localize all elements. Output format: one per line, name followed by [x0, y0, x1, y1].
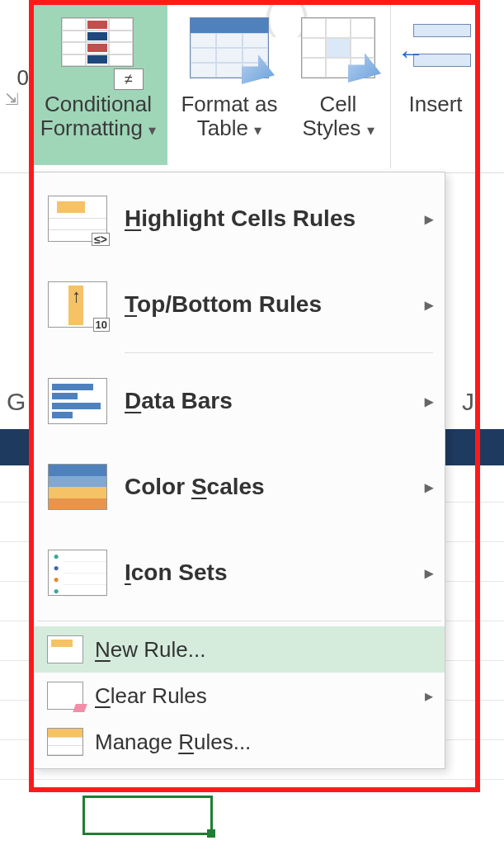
submenu-arrow-icon: ▸ [425, 391, 433, 411]
menu-separator [125, 352, 433, 353]
menu-label: New Rule... [95, 637, 205, 663]
menu-label: Icon Sets [125, 559, 227, 586]
dropdown-caret-icon: ▾ [254, 122, 261, 139]
conditional-formatting-icon: ≠ [49, 8, 148, 87]
clear-rules-icon [45, 679, 85, 712]
menu-new-rule[interactable]: New Rule... [34, 626, 445, 673]
cell-styles-icon [289, 8, 388, 87]
menu-clear-rules[interactable]: Clear Rules ▸ [34, 673, 445, 719]
menu-label: Color Scales [125, 474, 265, 500]
column-header-j[interactable]: J [462, 388, 474, 416]
menu-label: Data Bars [125, 388, 233, 414]
conditional-formatting-label: Conditional Formatting ▾ [40, 87, 157, 139]
highlight-cells-icon: ≤> [45, 192, 110, 245]
submenu-arrow-icon: ▸ [425, 295, 433, 314]
menu-label: Manage Rules... [95, 729, 251, 755]
format-as-table-button[interactable]: Format as Table ▾ [167, 0, 291, 165]
submenu-arrow-icon: ▸ [425, 686, 433, 706]
menu-highlight-cells-rules[interactable]: ≤> Highlight Cells Rules ▸ [34, 176, 445, 262]
top-bottom-icon: ↑10 [45, 278, 110, 331]
color-scales-icon [45, 460, 110, 513]
menu-data-bars[interactable]: Data Bars ▸ [34, 358, 445, 444]
menu-manage-rules[interactable]: Manage Rules... [34, 719, 445, 765]
insert-label: Insert [408, 87, 462, 116]
menu-icon-sets[interactable]: ●●●● Icon Sets ▸ [34, 530, 445, 616]
conditional-formatting-menu: ≤> Highlight Cells Rules ▸ ↑10 Top/Botto… [33, 172, 445, 769]
format-as-table-icon [180, 8, 279, 87]
number-format-stub: 0 [0, 66, 29, 90]
cell-styles-button[interactable]: Cell Styles ▾ [291, 0, 385, 165]
menu-label: Clear Rules [95, 683, 207, 709]
menu-top-bottom-rules[interactable]: ↑10 Top/Bottom Rules ▸ [34, 262, 445, 347]
dropdown-caret-icon: ▾ [367, 122, 374, 139]
submenu-arrow-icon: ▸ [425, 477, 433, 497]
menu-label: Top/Bottom Rules [125, 291, 322, 318]
format-as-table-label: Format as Table ▾ [181, 87, 277, 139]
data-bars-icon [45, 375, 110, 427]
menu-color-scales[interactable]: Color Scales ▸ [34, 444, 445, 530]
submenu-arrow-icon: ▸ [425, 209, 433, 229]
manage-rules-icon [45, 725, 85, 758]
menu-separator [37, 621, 441, 621]
ribbon-left-stub: 0 ⇲ [0, 0, 29, 108]
menu-label: Highlight Cells Rules [125, 205, 356, 232]
conditional-formatting-button[interactable]: ≠ Conditional Formatting ▾ [29, 0, 167, 165]
cell-selection[interactable] [82, 796, 213, 835]
dropdown-caret-icon: ▾ [148, 122, 156, 139]
dialog-launcher-icon[interactable]: ⇲ [0, 90, 29, 108]
icon-sets-icon: ●●●● [45, 546, 110, 599]
new-rule-icon [45, 633, 85, 666]
ribbon: 0 ⇲ ≠ Conditional Formatting ▾ Format as… [0, 0, 504, 173]
insert-icon: ← [386, 8, 485, 87]
column-header-g[interactable]: G [7, 388, 26, 416]
insert-button[interactable]: ← Insert [396, 0, 475, 165]
cell-styles-label: Cell Styles ▾ [302, 87, 374, 139]
submenu-arrow-icon: ▸ [425, 563, 433, 583]
